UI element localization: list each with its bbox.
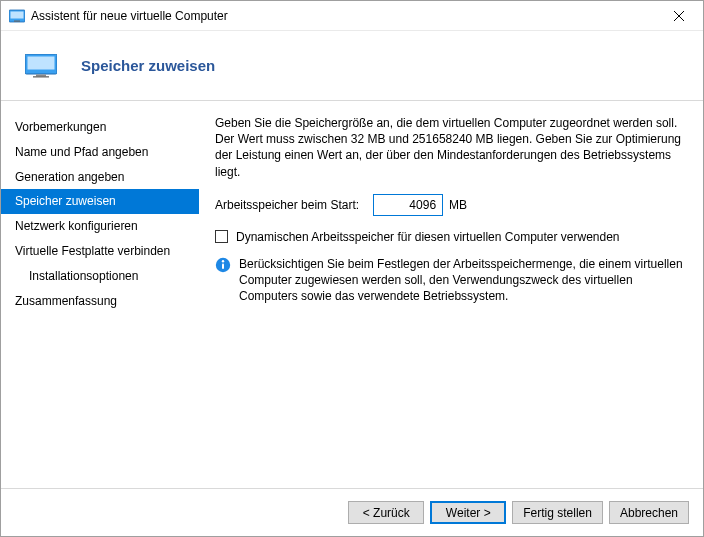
dynamic-memory-label: Dynamischen Arbeitsspeicher für diesen v… xyxy=(236,230,620,244)
finish-button[interactable]: Fertig stellen xyxy=(512,501,603,524)
svg-rect-2 xyxy=(14,20,20,21)
memory-input[interactable] xyxy=(373,194,443,216)
info-text: Berücksichtigen Sie beim Festlegen der A… xyxy=(239,256,683,305)
info-row: Berücksichtigen Sie beim Festlegen der A… xyxy=(215,256,683,305)
svg-rect-7 xyxy=(36,74,46,76)
memory-label: Arbeitsspeicher beim Start: xyxy=(215,198,359,212)
content-area: Vorbemerkungen Name und Pfad angeben Gen… xyxy=(1,101,703,488)
close-button[interactable] xyxy=(656,2,701,30)
svg-rect-10 xyxy=(222,263,224,269)
wizard-header: Speicher zuweisen xyxy=(1,31,703,101)
cancel-button[interactable]: Abbrechen xyxy=(609,501,689,524)
info-icon xyxy=(215,257,231,273)
step-festplatte[interactable]: Virtuelle Festplatte verbinden xyxy=(1,239,199,264)
step-netzwerk[interactable]: Netzwerk konfigurieren xyxy=(1,214,199,239)
step-installationsoptionen[interactable]: Installationsoptionen xyxy=(1,264,199,289)
wizard-footer: < Zurück Weiter > Fertig stellen Abbrech… xyxy=(1,488,703,536)
title-bar: Assistent für neue virtuelle Computer xyxy=(1,1,703,31)
description-text: Geben Sie die Speichergröße an, die dem … xyxy=(215,115,683,180)
vm-icon xyxy=(25,54,57,78)
app-icon xyxy=(9,8,25,24)
window-title: Assistent für neue virtuelle Computer xyxy=(31,9,656,23)
step-name-pfad[interactable]: Name und Pfad angeben xyxy=(1,140,199,165)
dynamic-memory-row[interactable]: Dynamischen Arbeitsspeicher für diesen v… xyxy=(215,230,683,244)
wizard-window: Assistent für neue virtuelle Computer Sp… xyxy=(0,0,704,537)
svg-rect-6 xyxy=(28,56,55,69)
next-button[interactable]: Weiter > xyxy=(430,501,506,524)
page-title: Speicher zuweisen xyxy=(81,57,215,74)
svg-point-11 xyxy=(222,260,224,262)
memory-unit: MB xyxy=(449,198,467,212)
memory-row: Arbeitsspeicher beim Start: MB xyxy=(215,194,683,216)
svg-rect-8 xyxy=(33,76,49,77)
wizard-steps: Vorbemerkungen Name und Pfad angeben Gen… xyxy=(1,101,199,488)
dynamic-memory-checkbox[interactable] xyxy=(215,230,228,243)
step-speicher[interactable]: Speicher zuweisen xyxy=(1,189,199,214)
step-generation[interactable]: Generation angeben xyxy=(1,165,199,190)
back-button[interactable]: < Zurück xyxy=(348,501,424,524)
main-panel: Geben Sie die Speichergröße an, die dem … xyxy=(199,101,703,488)
step-vorbemerkungen[interactable]: Vorbemerkungen xyxy=(1,115,199,140)
close-icon xyxy=(674,11,684,21)
step-zusammenfassung[interactable]: Zusammenfassung xyxy=(1,289,199,314)
svg-rect-1 xyxy=(11,11,24,18)
